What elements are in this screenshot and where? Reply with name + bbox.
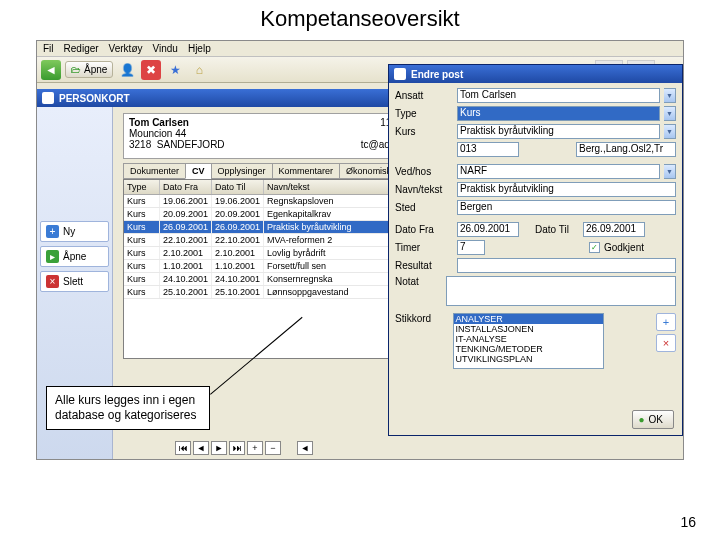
- tab-opplysinger[interactable]: Opplysinger: [211, 163, 273, 179]
- table-row[interactable]: Kurs1.10.20011.10.2001Forsett/full sen: [124, 260, 410, 273]
- table-row[interactable]: Kurs22.10.200122.10.2001MVA-reformen 2: [124, 234, 410, 247]
- notat-field[interactable]: [446, 276, 676, 306]
- vedhos-dropdown-icon[interactable]: ▼: [664, 164, 676, 179]
- nav-back-icon[interactable]: ◄: [41, 60, 61, 80]
- open-button[interactable]: 🗁 Åpne: [65, 61, 113, 78]
- nav-add-button[interactable]: +: [247, 441, 263, 455]
- cv-table: Type Dato Fra Dato Til Navn/tekst Kurs19…: [123, 179, 411, 359]
- open-icon: ▸: [46, 250, 59, 263]
- stikkord-remove-button[interactable]: ×: [656, 334, 676, 352]
- nav-first-button[interactable]: ⏮: [175, 441, 191, 455]
- person-name: Tom Carlsen: [129, 117, 189, 128]
- person-summary: Tom Carlsen 117 Mouncion 44 3218 SANDEFJ…: [123, 113, 403, 159]
- lokasjon-field[interactable]: Berg.,Lang.Osl2,Tr: [576, 142, 676, 157]
- annotation-callout: Alle kurs legges inn i egen database og …: [46, 386, 210, 430]
- table-row[interactable]: Kurs26.09.200126.09.2001Praktisk byråutv…: [124, 221, 410, 234]
- record-navigator: ⏮ ◄ ► ⏭ + − ◄: [175, 441, 313, 455]
- dialog-title-bar: Endre post: [389, 65, 682, 83]
- table-row[interactable]: Kurs20.09.200120.09.2001Egenkapitalkrav: [124, 208, 410, 221]
- nav-next-button[interactable]: ►: [211, 441, 227, 455]
- sidebar-item-ny[interactable]: + Ny: [40, 221, 109, 242]
- kurs-field[interactable]: Praktisk byråutvikling: [457, 124, 660, 139]
- ansatt-dropdown-icon[interactable]: ▼: [664, 88, 676, 103]
- stop-icon[interactable]: ✖: [141, 60, 161, 80]
- sted-field[interactable]: Bergen: [457, 200, 676, 215]
- menu-vindu[interactable]: Vindu: [153, 43, 178, 54]
- datofra-field[interactable]: 26.09.2001: [457, 222, 519, 237]
- plus-icon: +: [46, 225, 59, 238]
- datotil-field[interactable]: 26.09.2001: [583, 222, 645, 237]
- find-person-icon[interactable]: 👤: [117, 60, 137, 80]
- stikkord-list[interactable]: ANALYSER INSTALLASJONEN IT-ANALYSE TENKI…: [453, 313, 604, 369]
- kurs-dropdown-icon[interactable]: ▼: [664, 124, 676, 139]
- personkort-icon: [42, 92, 54, 104]
- ansatt-field[interactable]: Tom Carlsen: [457, 88, 660, 103]
- table-row[interactable]: Kurs2.10.20012.10.2001Lovlig byrådrift: [124, 247, 410, 260]
- th-datofra[interactable]: Dato Fra: [160, 180, 212, 194]
- endre-post-dialog: Endre post Ansatt Tom Carlsen▼ Type Kurs…: [388, 64, 683, 436]
- dialog-icon: [394, 68, 406, 80]
- kurs-code-field[interactable]: 013: [457, 142, 519, 157]
- menu-verktoy[interactable]: Verktøy: [109, 43, 143, 54]
- table-row[interactable]: Kurs25.10.200125.10.2001Lønnsoppgavestan…: [124, 286, 410, 299]
- person-address: Mouncion 44: [129, 128, 397, 139]
- nav-del-button[interactable]: −: [265, 441, 281, 455]
- nav-left2-button[interactable]: ◄: [297, 441, 313, 455]
- page-number: 16: [680, 514, 696, 530]
- menu-rediger[interactable]: Rediger: [64, 43, 99, 54]
- nav-last-button[interactable]: ⏭: [229, 441, 245, 455]
- type-dropdown-icon[interactable]: ▼: [664, 106, 676, 121]
- tab-kommentarer[interactable]: Kommentarer: [272, 163, 341, 179]
- menu-fil[interactable]: Fil: [43, 43, 54, 54]
- sidebar-item-apne[interactable]: ▸ Åpne: [40, 246, 109, 267]
- home-icon[interactable]: ⌂: [189, 60, 209, 80]
- timer-field[interactable]: 7: [457, 240, 485, 255]
- stikkord-add-button[interactable]: +: [656, 313, 676, 331]
- delete-icon: ×: [46, 275, 59, 288]
- type-field[interactable]: Kurs: [457, 106, 660, 121]
- sidebar-item-slett[interactable]: × Slett: [40, 271, 109, 292]
- navntekst-field[interactable]: Praktisk byråutvikling: [457, 182, 676, 197]
- tab-dokumenter[interactable]: Dokumenter: [123, 163, 186, 179]
- slide-title: Kompetanseoversikt: [0, 0, 720, 36]
- tabs: Dokumenter CV Opplysinger Kommentarer Øk…: [123, 163, 412, 179]
- nav-prev-button[interactable]: ◄: [193, 441, 209, 455]
- vedhos-field[interactable]: NARF: [457, 164, 660, 179]
- open-folder-icon: 🗁: [71, 64, 81, 75]
- table-row[interactable]: Kurs19.06.200119.06.2001Regnskapsloven: [124, 195, 410, 208]
- check-icon: ●: [639, 414, 645, 425]
- th-type[interactable]: Type: [124, 180, 160, 194]
- godkjent-checkbox[interactable]: ✓: [589, 242, 600, 253]
- ok-button[interactable]: ● OK: [632, 410, 675, 429]
- table-row[interactable]: Kurs24.10.200124.10.2001Konsernregnska: [124, 273, 410, 286]
- favorite-icon[interactable]: ★: [165, 60, 185, 80]
- th-datotil[interactable]: Dato Til: [212, 180, 264, 194]
- menu-hjelp[interactable]: Hjelp: [188, 43, 211, 54]
- resultat-field[interactable]: [457, 258, 676, 273]
- tab-cv[interactable]: CV: [185, 163, 212, 179]
- menubar: Fil Rediger Verktøy Vindu Hjelp: [37, 41, 683, 57]
